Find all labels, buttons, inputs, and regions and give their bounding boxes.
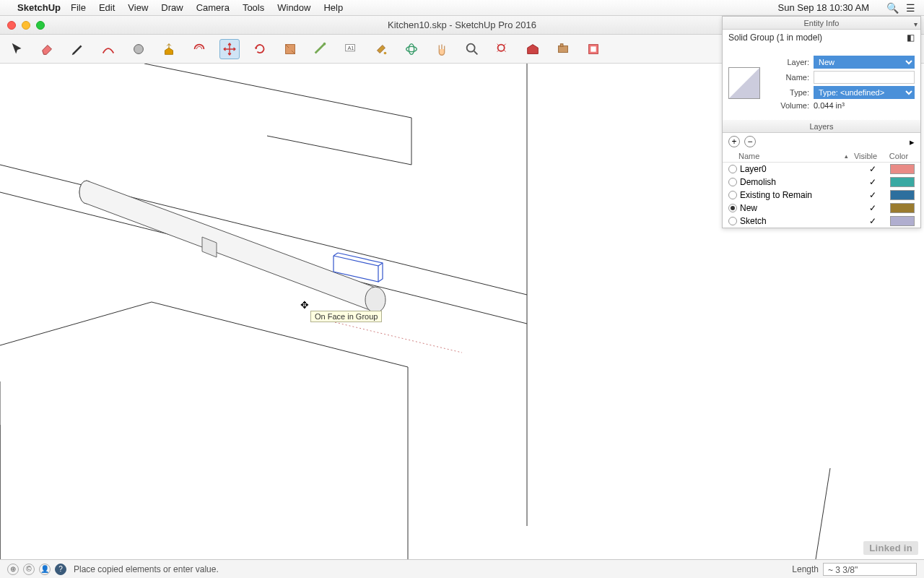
shape-tool[interactable] bbox=[128, 39, 149, 59]
menu-edit[interactable]: Edit bbox=[99, 2, 115, 13]
layer-label: Layer: bbox=[766, 58, 809, 66]
layer-row[interactable]: Demolish✓ bbox=[723, 176, 920, 189]
menu-file[interactable]: File bbox=[71, 2, 86, 13]
type-select[interactable]: Type: <undefined> bbox=[814, 86, 915, 99]
menu-tools[interactable]: Tools bbox=[243, 2, 264, 13]
layer-row[interactable]: Layer0✓ bbox=[723, 163, 920, 176]
entity-thumbnail[interactable] bbox=[728, 67, 760, 99]
layer-visible[interactable]: ✓ bbox=[855, 164, 890, 174]
info-icon[interactable]: ? bbox=[55, 564, 66, 575]
layer-row[interactable]: New✓ bbox=[723, 202, 920, 215]
layer-visible[interactable]: ✓ bbox=[855, 216, 890, 226]
menu-draw[interactable]: Draw bbox=[161, 2, 183, 13]
remove-layer-button[interactable]: − bbox=[744, 136, 756, 147]
orbit-tool[interactable] bbox=[401, 39, 422, 59]
layer-radio[interactable] bbox=[728, 165, 737, 173]
layer-visible[interactable]: ✓ bbox=[855, 203, 890, 213]
svg-point-0 bbox=[134, 44, 144, 53]
svg-point-5 bbox=[384, 51, 387, 54]
layer-select[interactable]: New bbox=[814, 56, 915, 69]
layers-col-visible[interactable]: Visible bbox=[848, 152, 883, 160]
paint-tool[interactable] bbox=[371, 39, 391, 59]
layer-row[interactable]: Sketch✓ bbox=[723, 215, 920, 228]
svg-point-6 bbox=[406, 46, 417, 51]
layer-name: Sketch bbox=[740, 216, 855, 226]
status-message: Place copied elements or enter value. bbox=[74, 564, 219, 574]
svg-line-16 bbox=[816, 468, 830, 559]
mac-menubar: SketchUp File Edit View Draw Camera Tool… bbox=[0, 0, 924, 16]
layer-name: New bbox=[740, 203, 855, 213]
layers-col-name[interactable]: Name bbox=[728, 152, 845, 160]
geo-icon[interactable]: ⊕ bbox=[7, 564, 19, 575]
linkedin-badge: Linked in bbox=[863, 541, 918, 555]
menu-list-icon[interactable]: ☰ bbox=[906, 2, 915, 14]
svg-rect-12 bbox=[560, 43, 563, 46]
layers-menu-icon[interactable]: ▸ bbox=[910, 137, 915, 147]
tape-tool[interactable] bbox=[310, 39, 331, 59]
warehouse-tool[interactable] bbox=[523, 39, 543, 59]
details-icon[interactable]: ◧ bbox=[907, 33, 915, 43]
maximize-button[interactable] bbox=[36, 21, 45, 30]
profile-icon[interactable]: 👤 bbox=[39, 564, 51, 575]
zoom-tool[interactable] bbox=[462, 39, 482, 59]
select-tool[interactable] bbox=[7, 39, 27, 59]
entity-info-header[interactable]: Entity Info ▾ bbox=[723, 17, 920, 30]
inference-tooltip: On Face in Group bbox=[310, 311, 382, 322]
layer-color-swatch[interactable] bbox=[890, 216, 915, 226]
layers-panel-header[interactable]: Layers bbox=[723, 120, 920, 133]
arc-tool[interactable] bbox=[98, 39, 118, 59]
move-tool[interactable] bbox=[219, 39, 240, 59]
entity-info-title: Entity Info bbox=[804, 19, 840, 27]
spotlight-icon[interactable]: 🔍 bbox=[886, 2, 899, 14]
layer-color-swatch[interactable] bbox=[890, 203, 915, 213]
layer-row[interactable]: Existing to Remain✓ bbox=[723, 189, 920, 202]
layer-color-swatch[interactable] bbox=[890, 190, 915, 200]
svg-point-8 bbox=[467, 43, 475, 51]
menu-window[interactable]: Window bbox=[277, 2, 310, 13]
eraser-tool[interactable] bbox=[38, 39, 58, 59]
status-bar: ⊕ © 👤 ? Place copied elements or enter v… bbox=[0, 559, 924, 578]
rotate-tool[interactable] bbox=[250, 39, 270, 59]
minimize-button[interactable] bbox=[22, 21, 30, 30]
close-button[interactable] bbox=[7, 21, 16, 30]
layer-radio[interactable] bbox=[728, 191, 737, 199]
zoomextents-tool[interactable] bbox=[492, 39, 513, 59]
scale-tool[interactable] bbox=[280, 39, 300, 59]
layer-radio[interactable] bbox=[728, 178, 737, 186]
menu-view[interactable]: View bbox=[128, 2, 148, 13]
layer-radio[interactable] bbox=[728, 204, 737, 212]
layer-radio[interactable] bbox=[728, 217, 737, 225]
name-input[interactable] bbox=[814, 71, 915, 84]
menu-camera[interactable]: Camera bbox=[196, 2, 230, 13]
entity-info-panel: Entity Info ▾ Solid Group (1 in model) ◧… bbox=[722, 16, 921, 228]
layout-tool[interactable] bbox=[583, 39, 603, 59]
svg-line-21 bbox=[378, 263, 383, 266]
svg-rect-11 bbox=[559, 46, 568, 52]
entity-selection-label: Solid Group (1 in model) ◧ bbox=[723, 30, 920, 46]
layer-visible[interactable]: ✓ bbox=[855, 190, 890, 200]
menu-help[interactable]: Help bbox=[323, 2, 343, 13]
svg-point-7 bbox=[409, 43, 414, 54]
svg-line-9 bbox=[474, 51, 478, 54]
name-label: Name: bbox=[766, 73, 809, 82]
layer-name: Existing to Remain bbox=[740, 190, 855, 200]
pencil-tool[interactable] bbox=[68, 39, 88, 59]
measurement-input[interactable]: ~ 3 3/8" bbox=[823, 563, 917, 576]
credits-icon[interactable]: © bbox=[23, 564, 35, 575]
layer-color-swatch[interactable] bbox=[890, 177, 915, 187]
svg-rect-14 bbox=[590, 46, 596, 51]
layer-visible[interactable]: ✓ bbox=[855, 177, 890, 187]
app-name[interactable]: SketchUp bbox=[17, 2, 61, 13]
add-layer-button[interactable]: + bbox=[728, 136, 740, 147]
collapse-icon[interactable]: ▾ bbox=[914, 18, 918, 31]
layers-col-color[interactable]: Color bbox=[883, 152, 915, 160]
volume-value: 0.044 in³ bbox=[814, 101, 915, 110]
offset-tool[interactable] bbox=[189, 39, 209, 59]
layer-color-swatch[interactable] bbox=[890, 164, 915, 174]
type-label: Type: bbox=[766, 88, 809, 97]
measurement-label: Length bbox=[792, 564, 819, 574]
text-tool[interactable]: A1 bbox=[341, 39, 361, 59]
extensions-tool[interactable] bbox=[553, 39, 573, 59]
pan-tool[interactable] bbox=[432, 39, 452, 59]
pushpull-tool[interactable] bbox=[159, 39, 179, 59]
